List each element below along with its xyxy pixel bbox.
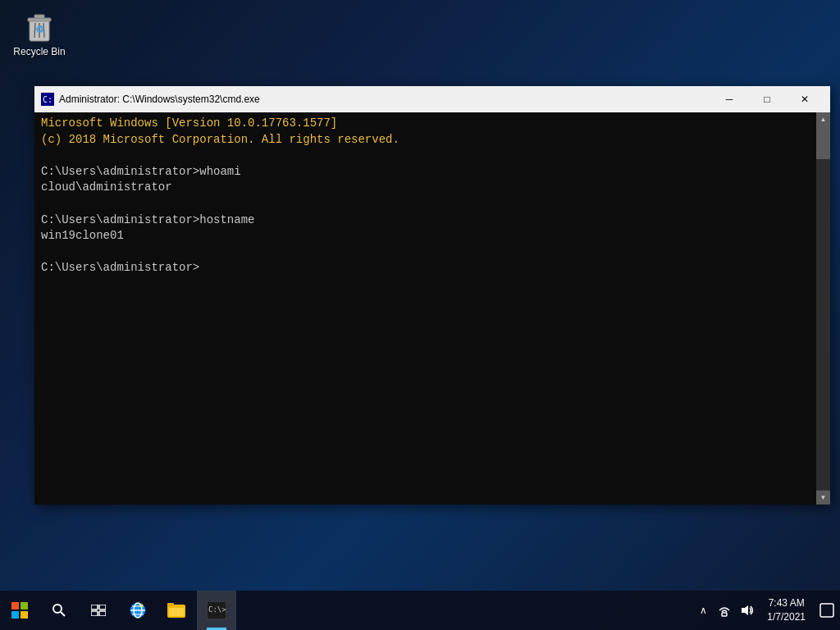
svg-rect-11 [11, 611, 19, 619]
start-icon [11, 602, 28, 619]
cmd-line-1: Microsoft Windows [Version 10.0.17763.15… [41, 116, 810, 132]
taskbar-cmd-button[interactable]: C:\>_ [197, 591, 236, 630]
svg-text:♻: ♻ [35, 24, 44, 35]
svg-rect-12 [21, 611, 28, 619]
cmd-scrollbar[interactable]: ▲ ▼ [816, 112, 830, 504]
cmd-line-4: C:\Users\administrator>whoami [41, 164, 810, 180]
maximize-button[interactable]: □ [748, 86, 786, 112]
cmd-titlebar: C: Administrator: C:\Windows\system32\cm… [34, 86, 830, 112]
scrollbar-down-arrow[interactable]: ▼ [816, 491, 830, 504]
svg-rect-1 [28, 18, 51, 21]
cmd-titlebar-icon: C: [41, 93, 54, 106]
volume-icon [740, 604, 755, 617]
cmd-window: C: Administrator: C:\Windows\system32\cm… [34, 86, 830, 504]
cmd-line-2: (c) 2018 Microsoft Corporation. All righ… [41, 132, 810, 148]
cmd-window-controls: ─ □ ✕ [710, 86, 824, 112]
tray-date: 1/7/2021 [767, 610, 806, 624]
ie-icon: e [128, 600, 148, 620]
svg-rect-27 [167, 603, 174, 606]
tray-volume-icon[interactable] [736, 591, 759, 630]
recycle-bin-svg: ♻ [23, 10, 56, 43]
taskbar-pinned-apps: e C:\>_ [118, 591, 236, 630]
cmd-content: Microsoft Windows [Version 10.0.17763.15… [34, 112, 816, 504]
svg-rect-17 [91, 611, 98, 616]
svg-rect-2 [34, 15, 44, 18]
svg-text:C:: C: [43, 95, 52, 104]
svg-text:C:\>_: C:\>_ [208, 605, 226, 614]
network-icon [717, 604, 732, 617]
cmd-title: Administrator: C:\Windows\system32\cmd.e… [59, 94, 710, 105]
recycle-bin-label: Recycle Bin [13, 46, 65, 57]
file-explorer-icon [167, 601, 187, 619]
svg-rect-18 [99, 611, 106, 616]
recycle-bin-icon[interactable]: ♻ Recycle Bin [7, 7, 72, 61]
svg-marker-32 [742, 605, 748, 615]
cmd-line-10: C:\Users\administrator> [41, 260, 810, 276]
cmd-line-8: win19clone01 [41, 228, 810, 244]
taskbar-file-explorer-button[interactable] [158, 591, 197, 630]
svg-rect-15 [91, 605, 98, 609]
cmd-line-6 [41, 196, 810, 212]
tray-show-hidden-button[interactable]: ∧ [693, 591, 713, 630]
cmd-taskbar-icon: C:\>_ [207, 601, 226, 619]
svg-point-13 [53, 605, 62, 613]
task-view-button[interactable] [79, 591, 118, 630]
svg-text:e: e [139, 601, 144, 609]
search-icon [52, 603, 66, 618]
scrollbar-thumb[interactable] [816, 126, 830, 159]
svg-line-14 [61, 612, 65, 616]
tray-notification-button[interactable] [814, 591, 840, 630]
svg-rect-31 [722, 613, 727, 616]
tray-clock[interactable]: 7:43 AM 1/7/2021 [759, 591, 814, 630]
search-button[interactable] [39, 591, 79, 630]
scrollbar-up-arrow[interactable]: ▲ [816, 112, 830, 126]
cmd-line-5: cloud\administrator [41, 180, 810, 196]
cmd-line-3 [41, 148, 810, 164]
cmd-body[interactable]: Microsoft Windows [Version 10.0.17763.15… [34, 112, 830, 504]
taskbar-ie-button[interactable]: e [118, 591, 158, 630]
taskbar: e C:\>_ ∧ [0, 591, 840, 630]
cmd-line-7: C:\Users\administrator>hostname [41, 212, 810, 229]
minimize-button[interactable]: ─ [710, 86, 748, 112]
tray-time: 7:43 AM [769, 596, 805, 610]
desktop: ♻ Recycle Bin C: Administrator: C:\Windo… [0, 0, 840, 591]
svg-rect-28 [169, 608, 184, 616]
close-button[interactable]: ✕ [786, 86, 824, 112]
notification-icon [819, 603, 834, 618]
svg-rect-33 [820, 604, 833, 617]
taskbar-tray: ∧ 7:43 AM 1/7/2021 [693, 591, 840, 630]
taskview-icon [91, 605, 106, 616]
svg-rect-10 [21, 602, 28, 609]
scrollbar-track[interactable] [816, 126, 830, 491]
svg-rect-16 [99, 605, 106, 609]
start-button[interactable] [0, 591, 39, 630]
tray-network-icon[interactable] [713, 591, 736, 630]
cmd-line-9 [41, 244, 810, 261]
svg-rect-9 [11, 602, 19, 609]
